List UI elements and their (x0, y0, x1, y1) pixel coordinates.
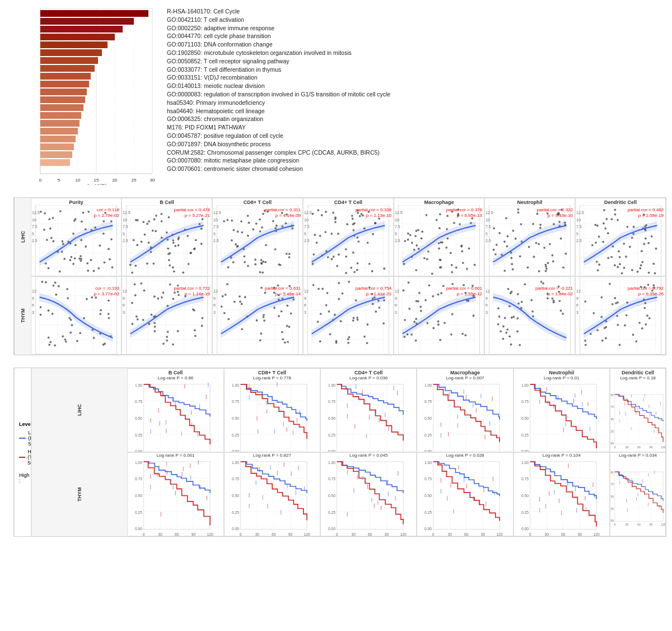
svg-point-720 (437, 321, 440, 323)
svg-point-256 (357, 240, 360, 243)
svg-point-297 (351, 215, 353, 217)
svg-point-144 (146, 223, 148, 225)
panel-b: LIHCPuritycor = 0.118p = 2.79e-0212.5107… (6, 196, 666, 356)
svg-point-855 (617, 301, 619, 304)
svg-text:90: 90 (192, 532, 196, 536)
svg-point-724 (444, 322, 446, 324)
svg-point-476 (614, 214, 617, 216)
svg-point-623 (262, 316, 264, 318)
surv-cell-0-3: MacrophageLog-rank P = 0.0071.000.750.50… (417, 368, 513, 452)
y-ticks-0-5: 12.5107.552.5 (486, 210, 493, 245)
svg-point-260 (321, 214, 323, 216)
svg-point-378 (507, 235, 509, 238)
svg-text:60: 60 (464, 532, 469, 536)
svg-point-741 (403, 289, 405, 291)
svg-point-486 (648, 272, 650, 274)
svg-point-49 (109, 258, 111, 261)
svg-point-287 (336, 265, 338, 267)
surv-cell-1-2: Log-rank P = 0.0451.000.750.500.250.0003… (320, 452, 417, 536)
svg-text:0.50: 0.50 (424, 416, 432, 420)
svg-point-137 (148, 220, 150, 222)
svg-point-636 (222, 295, 224, 298)
svg-point-765 (524, 284, 526, 286)
svg-point-698 (356, 317, 358, 319)
svg-point-326 (453, 222, 455, 224)
svg-point-384 (551, 254, 553, 257)
svg-point-817 (641, 327, 643, 330)
svg-point-422 (493, 227, 495, 229)
svg-rect-30 (40, 112, 81, 119)
svg-text:0.00: 0.00 (521, 527, 529, 531)
svg-point-679 (382, 322, 385, 324)
pathway-label-12: hsa04640: Hematopoietic cell lineage (167, 106, 666, 115)
svg-text:1.00: 1.00 (424, 383, 432, 387)
svg-point-444 (631, 269, 633, 271)
surv-cell-0-2: CD4+ T CellLog-rank P = 0.0361.000.750.5… (320, 368, 417, 452)
svg-point-663 (348, 281, 350, 283)
svg-point-81 (85, 245, 87, 248)
surv-cell-1-1: Log-rank P = 0.8271.000.750.500.250.0003… (224, 452, 320, 536)
panel-c: LIHCB CellLog-rank P = 0.661.000.750.500… (6, 366, 666, 538)
y-ticks-0-6: 12.5107.552.5 (576, 210, 584, 245)
svg-point-624 (260, 287, 263, 289)
svg-point-223 (260, 259, 263, 261)
svg-point-395 (506, 245, 508, 247)
svg-rect-36 (40, 159, 70, 166)
svg-point-69 (87, 270, 89, 272)
svg-point-427 (511, 263, 513, 265)
svg-point-577 (194, 329, 196, 331)
svg-point-740 (417, 300, 419, 303)
svg-point-101 (99, 244, 101, 247)
high-note: High : (19, 472, 31, 484)
svg-point-410 (538, 270, 540, 272)
svg-point-485 (626, 226, 628, 228)
svg-point-777 (505, 332, 507, 334)
svg-point-75 (108, 248, 110, 250)
legend-cell: LevelLow (Bottom 50%)High (Top 50%)High … (14, 368, 31, 536)
svg-point-415 (515, 238, 517, 240)
svg-rect-25 (40, 73, 91, 80)
svg-point-564 (162, 342, 165, 345)
svg-point-161 (168, 259, 170, 261)
svg-text:0.75: 0.75 (135, 477, 142, 481)
svg-point-446 (610, 256, 613, 258)
svg-point-518 (52, 313, 54, 315)
svg-point-160 (178, 244, 180, 247)
svg-point-796 (542, 282, 544, 285)
svg-point-585 (151, 314, 153, 316)
svg-point-456 (651, 235, 653, 238)
svg-point-289 (319, 235, 321, 237)
svg-point-224 (255, 222, 258, 225)
svg-point-785 (521, 301, 523, 303)
surv-pval-1-5: Log-rank P = 0.034 (610, 453, 665, 458)
svg-point-792 (540, 281, 543, 283)
svg-point-496 (655, 248, 657, 250)
svg-point-322 (411, 242, 413, 244)
y-ticks-1-0: 12963 (32, 288, 36, 316)
svg-point-405 (503, 270, 506, 272)
svg-point-445 (647, 242, 650, 244)
pathway-label-15: GO:0045787: positive regulation of cell … (167, 131, 666, 140)
svg-point-258 (333, 256, 335, 258)
svg-text:0: 0 (432, 532, 435, 536)
svg-point-249 (314, 234, 316, 236)
svg-point-331 (421, 231, 423, 233)
surv-cell-1-5: Log-rank P = 0.0341.000.750.500.250.0003… (610, 452, 666, 536)
svg-point-399 (517, 208, 519, 211)
svg-text:25: 25 (132, 178, 137, 183)
svg-rect-26 (40, 81, 89, 87)
svg-text:0.50: 0.50 (328, 494, 335, 498)
surv-col-title-5: Dendritic Cell (610, 369, 665, 375)
scatter-stat-0-6: partial.cor = 0.462p = 2.08e-19 (628, 207, 664, 219)
svg-point-59 (62, 240, 64, 243)
svg-point-210 (286, 253, 288, 255)
svg-point-542 (55, 294, 57, 296)
svg-point-98 (74, 244, 77, 246)
svg-point-166 (152, 230, 154, 232)
svg-point-721 (450, 333, 452, 336)
svg-point-339 (439, 213, 441, 215)
svg-point-569 (194, 335, 197, 337)
surv-pval-0-5: Log-rank P = 0.18 (610, 375, 665, 381)
b-y-axis-area (6, 197, 13, 356)
pathway-label-0: R-HSA-1640170: Cell Cycle (167, 7, 666, 15)
